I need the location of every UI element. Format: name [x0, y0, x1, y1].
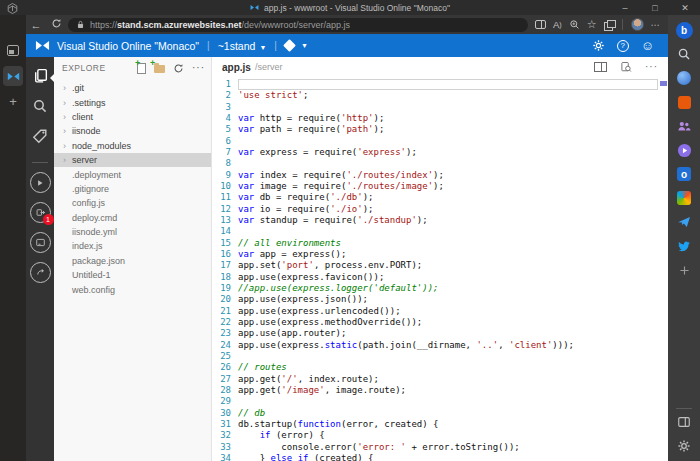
- people-icon[interactable]: [675, 117, 693, 135]
- tree-file-iisnode.yml[interactable]: iisnode.yml: [54, 225, 211, 239]
- help-icon[interactable]: ?: [617, 40, 629, 52]
- code-line[interactable]: 14: [212, 226, 668, 237]
- code-line[interactable]: 8: [212, 158, 668, 169]
- new-tab-button[interactable]: +: [9, 94, 17, 109]
- code-line[interactable]: 5var path = require('path');: [212, 124, 668, 135]
- tree-folder-node_modules[interactable]: ›node_modules: [54, 139, 211, 153]
- shopping-icon[interactable]: [675, 93, 693, 111]
- code-line[interactable]: 13var standup = require('./standup');: [212, 215, 668, 226]
- more-menu-icon[interactable]: ⋯: [651, 19, 662, 30]
- code-line[interactable]: 1: [212, 79, 668, 90]
- code-area[interactable]: 12'use strict';34var http = require('htt…: [212, 79, 668, 461]
- back-button[interactable]: ←: [26, 19, 46, 31]
- run-activity-icon[interactable]: [30, 172, 51, 193]
- git-tag-activity-icon[interactable]: [32, 128, 48, 148]
- active-tab-favicon[interactable]: [3, 66, 23, 86]
- code-line[interactable]: 7var express = require('express');: [212, 147, 668, 158]
- code-line[interactable]: 34 } else if (created) {: [212, 453, 668, 461]
- tree-folder-.git[interactable]: ›.git: [54, 81, 211, 95]
- new-file-icon[interactable]: [137, 63, 146, 74]
- code-line[interactable]: 21app.use(express.urlencoded());: [212, 306, 668, 317]
- line-content: [238, 136, 658, 147]
- read-aloud-icon[interactable]: A): [553, 19, 562, 30]
- tree-folder-client[interactable]: ›client: [54, 110, 211, 124]
- tree-file-index.js[interactable]: index.js: [54, 239, 211, 253]
- settings-icon[interactable]: [675, 437, 693, 455]
- open-site-activity-icon[interactable]: [30, 262, 51, 283]
- search-icon[interactable]: [675, 45, 693, 63]
- code-line[interactable]: 11var db = require('./db');: [212, 192, 668, 203]
- tree-file-.gitignore[interactable]: .gitignore: [54, 182, 211, 196]
- minimize-button[interactable]: –: [610, 0, 640, 15]
- favorites-icon[interactable]: ☆: [587, 18, 597, 31]
- code-line[interactable]: 28app.get('/image', image.route);: [212, 385, 668, 396]
- code-line[interactable]: 23app.use(app.router);: [212, 328, 668, 339]
- editor-more-icon[interactable]: ···: [645, 65, 658, 69]
- code-line[interactable]: 10var image = require('./routes/image');: [212, 181, 668, 192]
- line-content: [238, 158, 658, 169]
- code-line[interactable]: 18app.use(express.favicon());: [212, 272, 668, 283]
- code-line[interactable]: 32 if (error) {: [212, 430, 668, 441]
- feedback-smiley-icon[interactable]: ☺: [641, 39, 654, 52]
- explorer-activity-icon[interactable]: [32, 67, 49, 88]
- code-line[interactable]: 24app.use(express.static(path.join(__dir…: [212, 340, 668, 351]
- tree-folder-server[interactable]: ›server: [54, 153, 211, 167]
- code-line[interactable]: 30// db: [212, 408, 668, 419]
- tree-folder-.settings[interactable]: ›.settings: [54, 95, 211, 109]
- explorer-more-icon[interactable]: ···: [192, 66, 205, 70]
- refresh-button[interactable]: [46, 18, 66, 31]
- code-line[interactable]: 6: [212, 136, 668, 147]
- code-line[interactable]: 12var io = require('./io');: [212, 204, 668, 215]
- tree-file-Untitled-1[interactable]: Untitled-1: [54, 268, 211, 282]
- zoom-icon[interactable]: [569, 19, 580, 30]
- tree-file-package.json[interactable]: package.json: [54, 254, 211, 268]
- code-line[interactable]: 15// all environments: [212, 238, 668, 249]
- code-line[interactable]: 22app.use(express.methodOverride());: [212, 317, 668, 328]
- workspace-dropdown[interactable]: ~1stand▼: [218, 40, 267, 52]
- code-line[interactable]: 17app.set('port', process.env.PORT);: [212, 260, 668, 271]
- add-sidebar-icon[interactable]: [675, 261, 693, 279]
- profile-avatar[interactable]: [631, 18, 644, 31]
- new-folder-icon[interactable]: [154, 65, 165, 73]
- collections-icon[interactable]: [604, 20, 614, 29]
- twitter-icon[interactable]: [675, 237, 693, 255]
- code-line[interactable]: 2'use strict';: [212, 90, 668, 101]
- address-bar[interactable]: https://stand.scm.azurewebsites.net/dev/…: [68, 18, 528, 32]
- search-activity-icon[interactable]: [32, 98, 48, 118]
- tree-file-web.config[interactable]: web.config: [54, 282, 211, 296]
- outlook-icon[interactable]: o: [675, 165, 693, 183]
- code-line[interactable]: 29: [212, 396, 668, 407]
- games-icon[interactable]: [675, 141, 693, 159]
- deploy-activity-icon[interactable]: 1: [30, 202, 51, 223]
- messenger-icon[interactable]: [675, 213, 693, 231]
- split-editor-icon[interactable]: [594, 62, 607, 72]
- code-line[interactable]: 19//app.use(express.logger('default'));: [212, 283, 668, 294]
- split-screen-icon[interactable]: [535, 20, 546, 29]
- code-line[interactable]: 26// routes: [212, 362, 668, 373]
- console-activity-icon[interactable]: [30, 232, 51, 253]
- tree-file-.deployment[interactable]: .deployment: [54, 167, 211, 181]
- close-button[interactable]: ✕: [670, 0, 700, 15]
- code-line[interactable]: 20app.use(express.json());: [212, 294, 668, 305]
- refresh-explorer-icon[interactable]: [173, 63, 184, 74]
- code-line[interactable]: 25: [212, 351, 668, 362]
- settings-gear-icon[interactable]: [592, 39, 605, 52]
- code-line[interactable]: 9var index = require('./routes/index');: [212, 170, 668, 181]
- code-line[interactable]: 31db.startup(function(error, created) {: [212, 419, 668, 430]
- feed-icon[interactable]: [675, 189, 693, 207]
- tab-actions-icon[interactable]: [7, 45, 19, 56]
- drop-icon[interactable]: [675, 69, 693, 87]
- maximize-button[interactable]: □: [640, 0, 670, 15]
- code-line[interactable]: 27app.get('/', index.route);: [212, 374, 668, 385]
- tree-file-config.js[interactable]: config.js: [54, 196, 211, 210]
- code-line[interactable]: 3: [212, 102, 668, 113]
- code-line[interactable]: 16var app = express();: [212, 249, 668, 260]
- tree-folder-iisnode[interactable]: ›iisnode: [54, 124, 211, 138]
- sidebar-toggle-icon[interactable]: [675, 413, 693, 431]
- tree-file-deploy.cmd[interactable]: deploy.cmd: [54, 211, 211, 225]
- bing-chat-icon[interactable]: b: [675, 21, 693, 39]
- preview-icon[interactable]: [620, 61, 632, 73]
- deployment-dropdown[interactable]: ▼: [285, 41, 308, 50]
- code-line[interactable]: 33 console.error('error: ' + error.toStr…: [212, 442, 668, 453]
- code-line[interactable]: 4var http = require('http');: [212, 113, 668, 124]
